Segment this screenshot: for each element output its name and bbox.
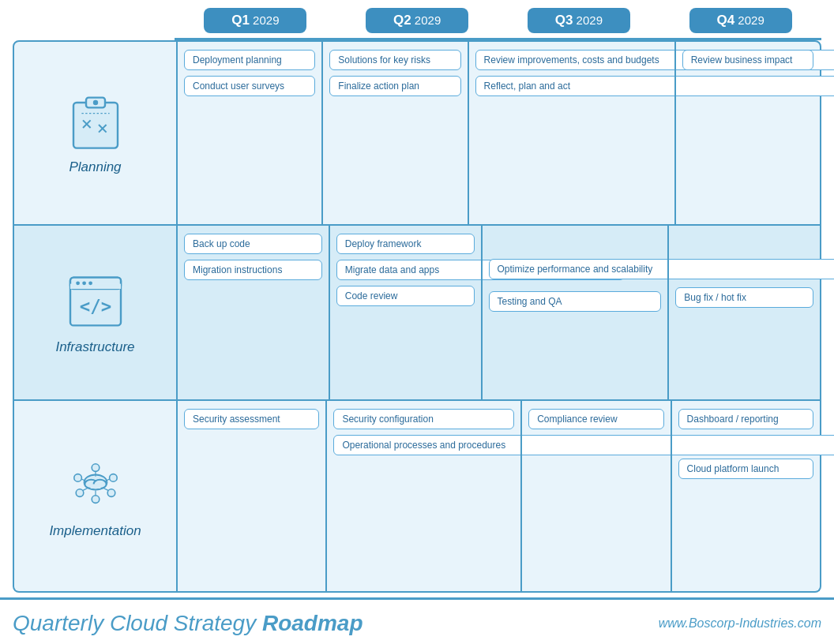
q2-label: Q2 <box>393 13 411 28</box>
footer-title-suffix: Roadmap <box>262 611 363 635</box>
infra-q1: Back up code Migration instructions <box>176 226 329 400</box>
svg-point-2 <box>92 100 97 105</box>
implementation-icon <box>64 454 127 517</box>
infra-q3: Optimize performance and scalability Tes… <box>481 226 668 400</box>
roadmap-grid: Planning Deployment planning Conduct use… <box>13 40 821 593</box>
infra-label-col: </> Infrastructure <box>14 226 176 400</box>
q1-header: Q1 2029 <box>175 8 336 38</box>
code-icon: </> <box>64 270 127 333</box>
q4-header: Q4 2029 <box>659 8 821 38</box>
svg-rect-18 <box>90 484 100 489</box>
svg-point-25 <box>76 489 84 496</box>
clipboard-icon <box>64 90 127 153</box>
impl-q1: Security assessment <box>176 401 325 591</box>
infra-label: Infrastructure <box>55 339 134 355</box>
svg-point-23 <box>109 474 117 481</box>
planning-q4: Review business impact <box>674 42 820 224</box>
quarter-headers: Q1 2029 Q2 2029 Q3 2029 Q4 2029 <box>175 8 821 38</box>
planning-section: Planning Deployment planning Conduct use… <box>13 40 821 226</box>
task-code-review: Code review <box>336 286 475 306</box>
task-deploy-framework: Deploy framework <box>336 234 475 254</box>
task-finalize-action-plan: Finalize action plan <box>329 76 460 96</box>
impl-label: Implementation <box>49 523 141 539</box>
infra-q2: Deploy framework Migrate data and apps C… <box>329 226 481 400</box>
task-security-assessment: Security assessment <box>184 409 319 429</box>
task-bug-fix: Bug fix / hot fix <box>675 287 813 308</box>
task-migration-instructions: Migration instructions <box>184 260 322 280</box>
svg-rect-0 <box>73 103 118 148</box>
task-solutions-key-risks: Solutions for key risks <box>329 50 460 70</box>
q4-year: 2029 <box>738 13 764 27</box>
planning-q2: Solutions for key risks Finalize action … <box>321 42 467 224</box>
footer-title: Quarterly Cloud Strategy Roadmap <box>13 611 363 636</box>
impl-q4: Dashboard / reporting Cloud platform lau… <box>671 401 820 591</box>
impl-q3: Compliance review <box>520 401 670 591</box>
footer-title-prefix: Quarterly Cloud Strategy <box>13 611 262 635</box>
infra-q4: Bug fix / hot fix <box>667 226 820 400</box>
task-cloud-platform-launch: Cloud platform launch <box>678 459 813 479</box>
impl-label-col: Implementation <box>14 401 176 591</box>
q3-year: 2029 <box>577 13 603 27</box>
q3-header: Q3 2029 <box>498 8 660 38</box>
task-back-up-code: Back up code <box>184 234 322 254</box>
implementation-section: Implementation Security assessment Secur… <box>13 401 821 593</box>
task-compliance-review: Compliance review <box>528 409 663 429</box>
q1-label: Q1 <box>231 13 250 28</box>
svg-text:</>: </> <box>79 296 111 316</box>
task-testing-qa: Testing and QA <box>489 291 662 312</box>
svg-point-19 <box>92 463 100 471</box>
footer-url: www.Boscorp-Industries.com <box>659 616 821 631</box>
svg-point-12 <box>82 281 86 285</box>
svg-point-27 <box>107 489 115 496</box>
q4-label: Q4 <box>717 13 735 28</box>
svg-line-28 <box>103 488 107 490</box>
q1-year: 2029 <box>253 13 279 27</box>
infrastructure-section: </> Infrastructure Back up code Migratio… <box>13 226 821 402</box>
task-deployment-planning: Deployment planning <box>184 50 315 70</box>
task-dashboard-reporting: Dashboard / reporting <box>678 409 813 429</box>
task-security-configuration: Security configuration <box>333 409 514 429</box>
svg-point-13 <box>88 281 92 285</box>
footer: Quarterly Cloud Strategy Roadmap www.Bos… <box>0 597 834 644</box>
q2-year: 2029 <box>415 13 441 27</box>
task-conduct-user-surveys: Conduct user surveys <box>184 76 315 96</box>
svg-point-11 <box>76 281 80 285</box>
svg-point-21 <box>73 474 81 481</box>
planning-label: Planning <box>69 159 121 175</box>
task-review-business-impact: Review business impact <box>682 50 813 70</box>
q2-header: Q2 2029 <box>336 8 498 38</box>
impl-q2: Security configuration Operational proce… <box>325 401 520 591</box>
planning-label-col: Planning <box>14 42 176 224</box>
svg-line-26 <box>83 488 88 490</box>
planning-q1: Deployment planning Conduct user surveys <box>176 42 321 224</box>
svg-point-29 <box>92 495 100 503</box>
q3-label: Q3 <box>555 13 573 28</box>
planning-q3: Review improvements, costs and budgets R… <box>468 42 674 224</box>
